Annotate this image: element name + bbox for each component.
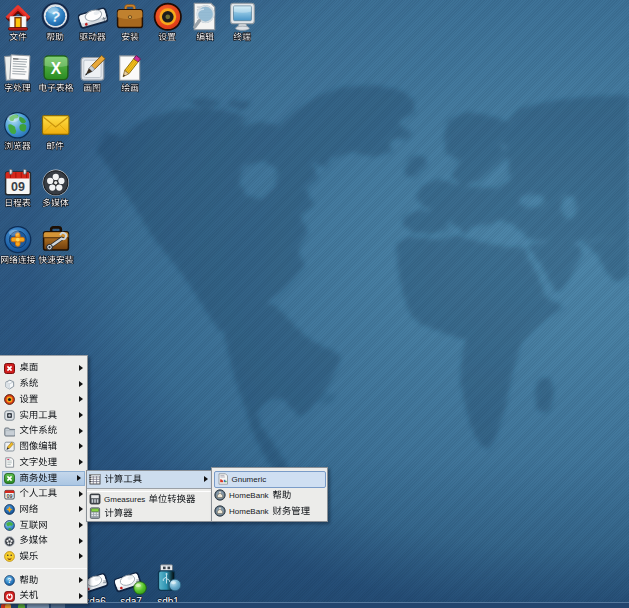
svg-text:09: 09: [6, 493, 12, 499]
svg-text:?: ?: [7, 577, 11, 584]
